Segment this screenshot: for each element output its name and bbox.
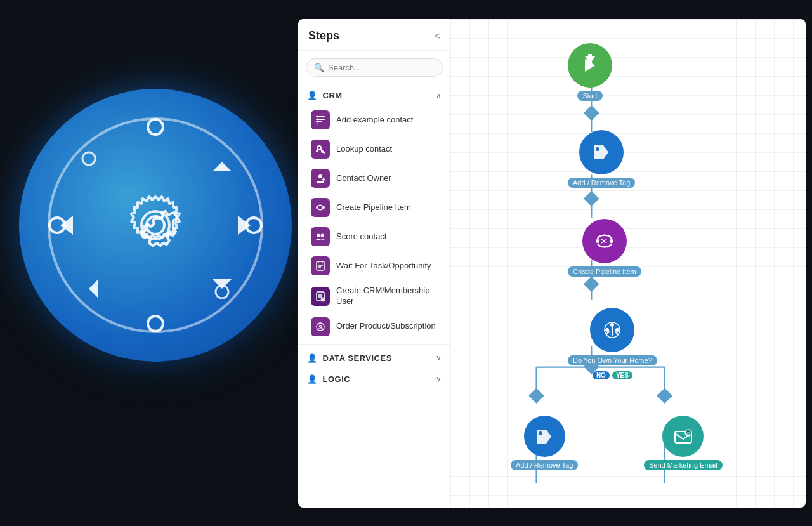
start-node: Start: [568, 43, 612, 101]
steps-panel: Steps < 🔍 👤 CRM ∧ Add example contact: [298, 19, 450, 508]
svg-point-20: [316, 150, 318, 152]
svg-point-26: [317, 234, 320, 237]
menu-item-pipeline[interactable]: Create Pipeline Item: [298, 193, 450, 222]
svg-point-25: [322, 206, 325, 209]
add-example-icon: [311, 110, 330, 129]
svg-point-11: [82, 152, 95, 165]
crm-section-header[interactable]: 👤 CRM ∧: [298, 84, 450, 105]
panel-header: Steps <: [298, 19, 450, 51]
crm-user-icon: [311, 287, 330, 306]
svg-marker-5: [89, 279, 98, 298]
condition-node: Do You Own Your Home? NO YES: [568, 308, 657, 379]
search-input[interactable]: [328, 63, 435, 72]
yes-label: YES: [612, 371, 632, 379]
data-services-icon: 👤: [307, 353, 318, 363]
svg-line-72: [615, 332, 618, 334]
score-icon: [311, 227, 330, 246]
condition-label: Do You Own Your Home?: [568, 355, 657, 365]
crm-section-title: 👤 CRM: [307, 91, 343, 100]
svg-rect-63: [588, 54, 592, 63]
pipeline-circle: [582, 219, 627, 263]
svg-point-65: [596, 239, 599, 243]
svg-point-64: [596, 147, 599, 151]
divider-1: [298, 344, 450, 345]
svg-rect-28: [317, 261, 324, 270]
tag-circle-2: [524, 416, 565, 457]
logic-icon: 👤: [307, 374, 318, 384]
tag-circle-1: [579, 130, 624, 174]
order-label: Order Product/Subscription: [336, 321, 436, 332]
score-label: Score contact: [336, 232, 387, 242]
svg-text:@: @: [686, 431, 690, 436]
menu-item-score[interactable]: Score contact: [298, 222, 450, 251]
pipeline-label: Create Pipeline Item: [336, 202, 411, 213]
menu-item-order[interactable]: $ Order Product/Subscription: [298, 312, 450, 341]
data-services-arrow: ∨: [436, 353, 442, 362]
svg-point-66: [610, 239, 613, 243]
menu-item-add-example[interactable]: Add example contact: [298, 105, 450, 135]
tag-node-1: Add / Remove Tag: [568, 130, 635, 188]
svg-point-27: [321, 234, 324, 237]
email-circle: @: [662, 416, 704, 457]
menu-item-lookup[interactable]: Lookup contact: [298, 135, 450, 164]
contact-owner-icon: +: [311, 169, 330, 188]
svg-marker-6: [213, 279, 232, 289]
orbit-nodes-svg: [41, 111, 270, 339]
tag-label-2: Add / Remove Tag: [511, 460, 578, 470]
order-icon: $: [311, 317, 330, 336]
no-label: NO: [593, 371, 610, 379]
tag-label-1: Add / Remove Tag: [568, 178, 635, 188]
logo-circle: [19, 89, 292, 362]
svg-point-17: [317, 146, 321, 150]
lookup-icon: [311, 140, 330, 159]
menu-item-contact-owner[interactable]: + Contact Owner: [298, 164, 450, 193]
start-label: Start: [577, 91, 602, 101]
contact-owner-label: Contact Owner: [336, 173, 391, 184]
search-icon: 🔍: [314, 63, 324, 72]
pipeline-label-node: Create Pipeline Item: [568, 266, 641, 277]
svg-marker-4: [213, 162, 232, 171]
svg-point-68: [605, 328, 609, 332]
svg-point-19: [321, 150, 324, 153]
flow-canvas: Start Add / Remove Tag Create Pipeline I…: [450, 19, 806, 508]
email-label: Send Marketing Email: [644, 460, 723, 470]
svg-rect-16: [317, 115, 318, 125]
menu-item-wait[interactable]: Wait For Task/Opportunity: [298, 251, 450, 280]
pipeline-icon: [311, 198, 330, 217]
svg-line-71: [606, 332, 609, 334]
data-services-title: 👤 Data Services: [307, 353, 392, 363]
svg-point-69: [615, 328, 619, 332]
start-circle: [568, 43, 612, 88]
condition-circle: [590, 308, 634, 352]
panel-title: Steps: [308, 29, 339, 43]
logic-title: 👤 Logic: [307, 374, 350, 384]
menu-item-crm-user[interactable]: Create CRM/Membership User: [298, 280, 450, 312]
svg-text:$: $: [318, 324, 322, 331]
search-bar[interactable]: 🔍: [306, 58, 443, 77]
lookup-label: Lookup contact: [336, 144, 392, 155]
svg-point-74: [539, 431, 542, 435]
logic-arrow: ∨: [436, 374, 442, 383]
svg-point-8: [148, 316, 163, 331]
tag-node-2: Add / Remove Tag: [511, 416, 578, 470]
crm-user-label: Create CRM/Membership User: [336, 286, 440, 307]
data-services-section[interactable]: 👤 Data Services ∨: [298, 347, 450, 368]
svg-rect-15: [316, 121, 322, 122]
svg-point-24: [316, 206, 318, 209]
collapse-button[interactable]: <: [435, 30, 440, 42]
logic-section[interactable]: 👤 Logic ∨: [298, 368, 450, 389]
svg-point-7: [148, 119, 163, 135]
email-node: @ Send Marketing Email: [644, 416, 723, 470]
wait-label: Wait For Task/Opportunity: [336, 261, 431, 272]
add-example-label: Add example contact: [336, 115, 413, 126]
crm-person-icon: 👤: [307, 91, 318, 100]
crm-collapse-arrow: ∧: [436, 91, 442, 100]
pipeline-node: Create Pipeline Item: [568, 219, 641, 277]
wait-icon: [311, 256, 330, 275]
